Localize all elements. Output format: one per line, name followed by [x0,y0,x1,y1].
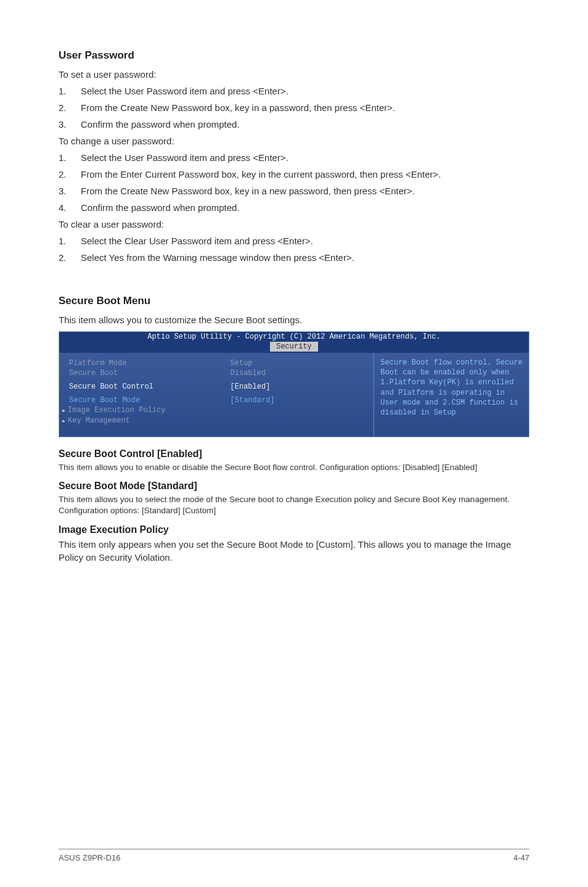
clear-password-intro: To clear a user password: [59,218,529,231]
list-item: 3.Confirm the password when prompted. [59,118,529,131]
user-password-heading: User Password [59,49,529,62]
bios-row-secure-boot-mode: Secure Boot Mode [Standard] [69,396,367,405]
image-execution-policy-desc: This item only appears when you set the … [59,538,529,564]
secure-boot-mode-desc: This item allows you to select the mode … [59,494,529,516]
bios-row-image-execution-policy: ▸ Image Execution Policy [69,406,367,415]
list-item: 1.Select the User Password item and pres… [59,151,529,164]
footer-product: ASUS Z9PR-D16 [59,853,120,862]
list-item: 1.Select the Clear User Password item an… [59,234,529,247]
bios-tab-security: Security [270,342,318,352]
change-password-intro: To change a user password: [59,134,529,147]
secure-boot-menu-intro: This item allows you to customize the Se… [59,313,529,326]
list-item: 1.Select the User Password item and pres… [59,85,529,97]
secure-boot-control-heading: Secure Boot Control [Enabled] [59,448,529,460]
list-item: 2.From the Create New Password box, key … [59,101,529,114]
bios-left-pane: Platform Mode Setup Secure Boot Disabled… [59,353,374,437]
clear-password-steps: 1.Select the Clear User Password item an… [59,234,529,264]
page-footer: ASUS Z9PR-D16 4-47 [59,849,529,862]
submenu-arrow-icon: ▸ [62,406,68,415]
bios-body: Platform Mode Setup Secure Boot Disabled… [59,353,529,437]
set-password-intro: To set a user password: [59,68,529,81]
bios-row-secure-boot: Secure Boot Disabled [69,369,367,377]
list-item: 2.From the Enter Current Password box, k… [59,168,529,181]
bios-screenshot: Aptio Setup Utility - Copyright (C) 2012… [59,331,529,437]
submenu-arrow-icon: ▸ [62,416,68,426]
bios-header: Aptio Setup Utility - Copyright (C) 2012… [59,332,529,342]
bios-row-secure-boot-control: Secure Boot Control [Enabled] [69,382,367,391]
bios-row-platform-mode: Platform Mode Setup [69,359,367,368]
image-execution-policy-heading: Image Execution Policy [59,524,529,535]
secure-boot-menu-heading: Secure Boot Menu [59,295,529,307]
bios-row-key-management: ▸ Key Management [69,416,367,426]
change-password-steps: 1.Select the User Password item and pres… [59,151,529,214]
set-password-steps: 1.Select the User Password item and pres… [59,85,529,131]
footer-page-number: 4-47 [513,853,529,862]
bios-help-pane: Secure Boot flow control. Secure Boot ca… [374,353,529,437]
list-item: 2.Select Yes from the Warning message wi… [59,251,529,264]
list-item: 4.Confirm the password when prompted. [59,201,529,214]
list-item: 3.From the Create New Password box, key … [59,184,529,197]
secure-boot-control-desc: This item allows you to enable or disabl… [59,462,529,473]
bios-tab-row: Security [59,342,529,353]
secure-boot-mode-heading: Secure Boot Mode [Standard] [59,481,529,492]
